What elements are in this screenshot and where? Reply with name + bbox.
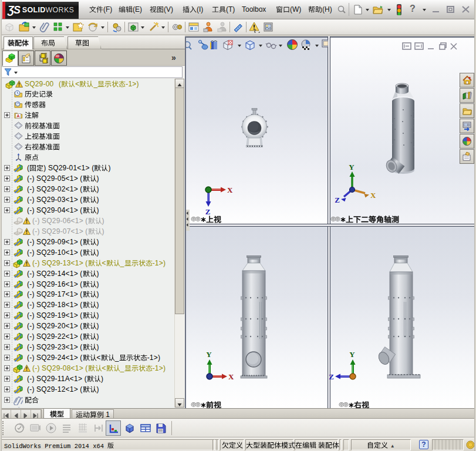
svg-text:X: X	[370, 191, 376, 200]
svg-text:Z: Z	[329, 372, 334, 381]
svg-text:Y: Y	[349, 350, 355, 359]
svg-text:A: A	[16, 113, 20, 119]
svg-text:X: X	[228, 372, 234, 381]
svg-text:X: X	[227, 186, 233, 194]
svg-text:Z: Z	[335, 196, 340, 204]
svg-text:Y: Y	[349, 163, 355, 171]
svg-text:Y: Y	[206, 350, 212, 359]
